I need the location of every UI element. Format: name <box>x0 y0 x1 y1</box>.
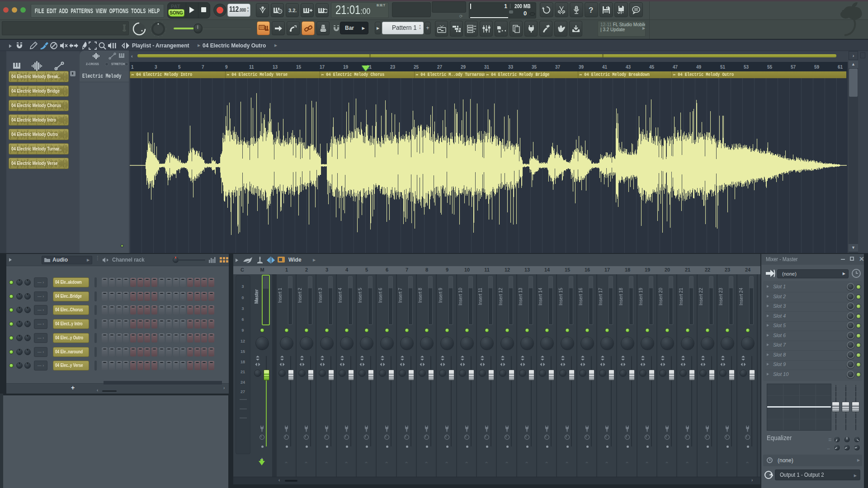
svg-text:3.2.: 3.2. <box>288 8 297 13</box>
svg-text:?: ? <box>589 6 593 14</box>
